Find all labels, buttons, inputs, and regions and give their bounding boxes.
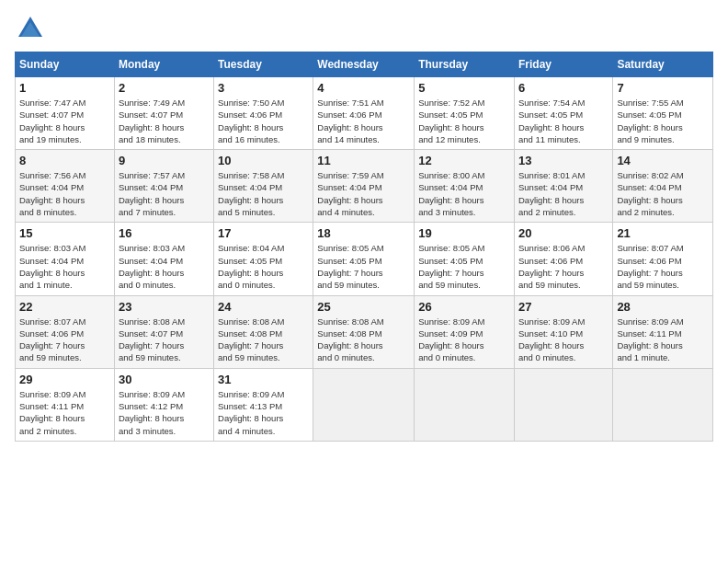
day-info: Sunrise: 8:03 AMSunset: 4:04 PMDaylight:… — [19, 243, 85, 290]
day-info: Sunrise: 8:03 AMSunset: 4:04 PMDaylight:… — [119, 243, 185, 290]
day-number: 20 — [518, 226, 609, 240]
day-number: 22 — [19, 300, 110, 314]
logo-icon — [17, 15, 44, 42]
calendar-cell: 21Sunrise: 8:07 AMSunset: 4:06 PMDayligh… — [613, 223, 713, 295]
day-number: 26 — [418, 300, 510, 314]
calendar-cell: 6Sunrise: 7:54 AMSunset: 4:05 PMDaylight… — [514, 77, 612, 150]
day-number: 23 — [119, 300, 210, 314]
day-number: 12 — [418, 154, 510, 167]
day-number: 25 — [317, 300, 410, 314]
day-info: Sunrise: 7:50 AMSunset: 4:06 PMDaylight:… — [218, 98, 284, 144]
day-number: 14 — [617, 154, 709, 167]
day-number: 16 — [119, 226, 210, 240]
day-number: 6 — [518, 81, 609, 95]
day-number: 31 — [218, 373, 309, 386]
day-info: Sunrise: 8:01 AMSunset: 4:04 PMDaylight:… — [518, 170, 585, 217]
calendar-cell: 26Sunrise: 8:09 AMSunset: 4:09 PMDayligh… — [415, 295, 515, 368]
logo — [15, 15, 44, 42]
day-info: Sunrise: 7:59 AMSunset: 4:04 PMDaylight:… — [317, 170, 383, 217]
day-info: Sunrise: 7:54 AMSunset: 4:05 PMDaylight:… — [518, 98, 585, 144]
day-info: Sunrise: 7:52 AMSunset: 4:05 PMDaylight:… — [418, 98, 484, 144]
calendar-cell: 9Sunrise: 7:57 AMSunset: 4:04 PMDaylight… — [114, 150, 213, 223]
day-info: Sunrise: 8:09 AMSunset: 4:13 PMDaylight:… — [218, 389, 284, 436]
day-info: Sunrise: 8:07 AMSunset: 4:06 PMDaylight:… — [617, 243, 683, 290]
day-info: Sunrise: 8:09 AMSunset: 4:12 PMDaylight:… — [119, 389, 185, 436]
day-number: 8 — [19, 154, 110, 167]
calendar-cell: 3Sunrise: 7:50 AMSunset: 4:06 PMDaylight… — [214, 77, 313, 150]
calendar-cell: 28Sunrise: 8:09 AMSunset: 4:11 PMDayligh… — [613, 295, 713, 368]
calendar-cell — [514, 368, 612, 441]
day-info: Sunrise: 7:51 AMSunset: 4:06 PMDaylight:… — [317, 98, 383, 144]
day-number: 15 — [19, 226, 110, 240]
day-number: 2 — [119, 81, 210, 95]
calendar-header-friday: Friday — [514, 52, 612, 77]
day-info: Sunrise: 8:08 AMSunset: 4:08 PMDaylight:… — [317, 316, 383, 363]
calendar-header-sunday: Sunday — [16, 52, 115, 77]
day-info: Sunrise: 7:55 AMSunset: 4:05 PMDaylight:… — [617, 98, 683, 144]
calendar-cell: 30Sunrise: 8:09 AMSunset: 4:12 PMDayligh… — [114, 368, 213, 441]
day-info: Sunrise: 7:57 AMSunset: 4:04 PMDaylight:… — [119, 170, 185, 217]
calendar-cell: 13Sunrise: 8:01 AMSunset: 4:04 PMDayligh… — [514, 150, 612, 223]
calendar-cell: 7Sunrise: 7:55 AMSunset: 4:05 PMDaylight… — [613, 77, 713, 150]
calendar-cell — [313, 368, 415, 441]
day-info: Sunrise: 8:06 AMSunset: 4:06 PMDaylight:… — [518, 243, 585, 290]
day-number: 3 — [218, 81, 309, 95]
calendar-cell: 11Sunrise: 7:59 AMSunset: 4:04 PMDayligh… — [313, 150, 415, 223]
day-info: Sunrise: 8:09 AMSunset: 4:11 PMDaylight:… — [19, 389, 85, 436]
day-number: 28 — [617, 300, 709, 314]
calendar-cell: 18Sunrise: 8:05 AMSunset: 4:05 PMDayligh… — [313, 223, 415, 295]
day-number: 11 — [317, 154, 410, 167]
calendar-cell: 31Sunrise: 8:09 AMSunset: 4:13 PMDayligh… — [214, 368, 313, 441]
day-number: 29 — [19, 373, 110, 386]
day-number: 5 — [418, 81, 510, 95]
day-info: Sunrise: 7:58 AMSunset: 4:04 PMDaylight:… — [218, 170, 284, 217]
day-number: 1 — [19, 81, 110, 95]
day-number: 19 — [418, 226, 510, 240]
day-info: Sunrise: 7:56 AMSunset: 4:04 PMDaylight:… — [19, 170, 85, 217]
calendar-cell: 23Sunrise: 8:08 AMSunset: 4:07 PMDayligh… — [114, 295, 213, 368]
day-info: Sunrise: 8:04 AMSunset: 4:05 PMDaylight:… — [218, 243, 284, 290]
day-number: 18 — [317, 226, 410, 240]
calendar-cell — [415, 368, 515, 441]
calendar-cell: 1Sunrise: 7:47 AMSunset: 4:07 PMDaylight… — [16, 77, 115, 150]
day-info: Sunrise: 8:09 AMSunset: 4:10 PMDaylight:… — [518, 316, 585, 363]
day-number: 24 — [218, 300, 309, 314]
day-info: Sunrise: 8:09 AMSunset: 4:09 PMDaylight:… — [418, 316, 484, 363]
day-number: 10 — [218, 154, 309, 167]
day-info: Sunrise: 7:47 AMSunset: 4:07 PMDaylight:… — [19, 98, 85, 144]
day-number: 27 — [518, 300, 609, 314]
calendar-cell: 12Sunrise: 8:00 AMSunset: 4:04 PMDayligh… — [415, 150, 515, 223]
day-number: 7 — [617, 81, 709, 95]
calendar-cell: 2Sunrise: 7:49 AMSunset: 4:07 PMDaylight… — [114, 77, 213, 150]
calendar-cell: 22Sunrise: 8:07 AMSunset: 4:06 PMDayligh… — [16, 295, 115, 368]
day-info: Sunrise: 8:08 AMSunset: 4:08 PMDaylight:… — [218, 316, 284, 363]
calendar-header-saturday: Saturday — [613, 52, 713, 77]
day-number: 13 — [518, 154, 609, 167]
calendar-cell: 29Sunrise: 8:09 AMSunset: 4:11 PMDayligh… — [16, 368, 115, 441]
calendar-header-wednesday: Wednesday — [313, 52, 415, 77]
calendar-cell: 27Sunrise: 8:09 AMSunset: 4:10 PMDayligh… — [514, 295, 612, 368]
calendar-table: SundayMondayTuesdayWednesdayThursdayFrid… — [15, 52, 713, 442]
day-number: 17 — [218, 226, 309, 240]
day-info: Sunrise: 8:07 AMSunset: 4:06 PMDaylight:… — [19, 316, 85, 363]
day-info: Sunrise: 8:09 AMSunset: 4:11 PMDaylight:… — [617, 316, 683, 363]
calendar-cell: 8Sunrise: 7:56 AMSunset: 4:04 PMDaylight… — [16, 150, 115, 223]
calendar-cell: 20Sunrise: 8:06 AMSunset: 4:06 PMDayligh… — [514, 223, 612, 295]
calendar-cell — [613, 368, 713, 441]
calendar-cell: 17Sunrise: 8:04 AMSunset: 4:05 PMDayligh… — [214, 223, 313, 295]
calendar-cell: 15Sunrise: 8:03 AMSunset: 4:04 PMDayligh… — [16, 223, 115, 295]
calendar-header-thursday: Thursday — [415, 52, 515, 77]
day-number: 21 — [617, 226, 709, 240]
day-info: Sunrise: 8:05 AMSunset: 4:05 PMDaylight:… — [317, 243, 383, 290]
calendar-header-monday: Monday — [114, 52, 213, 77]
day-number: 4 — [317, 81, 410, 95]
day-number: 9 — [119, 154, 210, 167]
calendar-cell: 16Sunrise: 8:03 AMSunset: 4:04 PMDayligh… — [114, 223, 213, 295]
day-info: Sunrise: 8:05 AMSunset: 4:05 PMDaylight:… — [418, 243, 484, 290]
day-info: Sunrise: 8:00 AMSunset: 4:04 PMDaylight:… — [418, 170, 484, 217]
calendar-cell: 19Sunrise: 8:05 AMSunset: 4:05 PMDayligh… — [415, 223, 515, 295]
day-info: Sunrise: 7:49 AMSunset: 4:07 PMDaylight:… — [119, 98, 185, 144]
calendar-cell: 4Sunrise: 7:51 AMSunset: 4:06 PMDaylight… — [313, 77, 415, 150]
calendar-header-tuesday: Tuesday — [214, 52, 313, 77]
calendar-cell: 14Sunrise: 8:02 AMSunset: 4:04 PMDayligh… — [613, 150, 713, 223]
